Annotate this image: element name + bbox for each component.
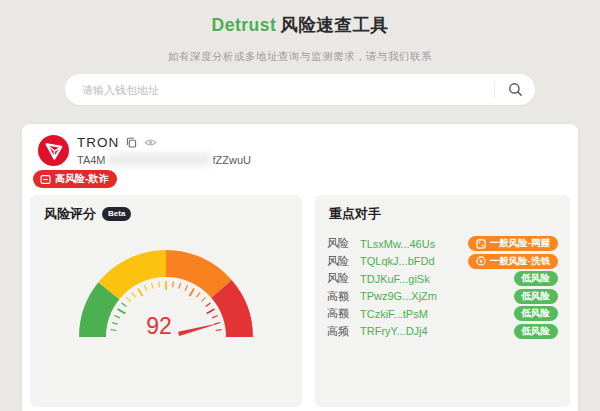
tron-logo (38, 135, 69, 166)
beta-badge: Beta (102, 207, 131, 221)
brand-name: Detrust (212, 15, 277, 35)
counterparty-risk-badge: 低风险 (514, 306, 559, 321)
risk-score-gauge: 92 (42, 227, 290, 351)
page-title-text: 风险速查工具 (280, 15, 388, 35)
counterparty-address-link[interactable]: TLsxMw...46Us (360, 238, 435, 250)
counterparty-address-link[interactable]: TQLqkJ...bFDd (360, 255, 435, 267)
counterparty-row: 高额 TCzkiF...tPsM 低风险 (327, 305, 558, 323)
counterparty-row: 高频 TRFryY...DJj4 低风险 (327, 323, 558, 341)
page-title: Detrust风险速查工具 (0, 0, 600, 37)
eye-icon[interactable] (144, 137, 157, 148)
counterparty-type-label: 风险 (327, 236, 353, 251)
counterparty-type-label: 高额 (327, 289, 353, 304)
address-suffix: fZZwuU (213, 154, 252, 166)
counterparty-row: 风险 TLsxMw...46Us 一般风险-网赌 (327, 235, 558, 253)
address-redacted-blur (108, 153, 211, 166)
counterparty-row: 风险 TQLqkJ...bFDd 一般风险-洗钱 (327, 253, 558, 271)
counterparty-type-label: 风险 (327, 254, 353, 269)
risk-score-title: 风险评分 (44, 205, 96, 223)
address-prefix: TA4M (77, 154, 106, 166)
counterparty-row: 风险 TDJKuF...giSk 低风险 (327, 270, 558, 288)
result-card: TRON TA4M fZZwuU (22, 124, 578, 411)
counterparty-risk-badge: 低风险 (514, 271, 559, 286)
high-risk-badge-label: 高风险-欺诈 (55, 172, 108, 186)
risk-score-panel: 风险评分 Beta 92 (30, 195, 302, 407)
counterparty-address-link[interactable]: TCzkiF...tPsM (360, 308, 428, 320)
counterparty-address-link[interactable]: TDJKuF...giSk (360, 273, 430, 285)
gauge-needle (178, 323, 221, 336)
counterparties-title: 重点对手 (329, 205, 381, 223)
high-risk-badge: 高风险-欺诈 (33, 170, 117, 188)
search-icon (508, 82, 523, 97)
account-header: TRON TA4M fZZwuU (38, 135, 570, 166)
wallet-search-bar (65, 74, 535, 105)
coin-icon (476, 256, 486, 266)
chain-name: TRON (77, 135, 119, 150)
gauge-score-value: 92 (146, 313, 172, 339)
counterparty-list: 风险 TLsxMw...46Us 一般风险-网赌 风险 TQLqkJ...bFD… (327, 235, 558, 340)
counterparties-panel: 重点对手 风险 TLsxMw...46Us 一般风险-网赌 风险 TQLqkJ.… (315, 195, 570, 407)
counterparty-risk-badge: 低风险 (514, 324, 559, 339)
counterparty-type-label: 高频 (327, 324, 353, 339)
counterparty-address-link[interactable]: TRFryY...DJj4 (360, 325, 428, 337)
counterparty-row: 高额 TPwz9G...XjZm 低风险 (327, 288, 558, 306)
alert-icon (40, 174, 51, 185)
counterparty-risk-badge: 一般风险-洗钱 (468, 254, 558, 269)
counterparty-type-label: 风险 (327, 271, 353, 286)
counterparty-risk-badge: 一般风险-网赌 (468, 236, 558, 251)
search-button[interactable] (495, 74, 535, 105)
wallet-address: TA4M fZZwuU (77, 153, 251, 166)
counterparty-type-label: 高额 (327, 306, 353, 321)
counterparty-risk-badge: 低风险 (514, 289, 559, 304)
dice-icon (476, 239, 486, 249)
search-input[interactable] (65, 84, 494, 96)
counterparty-address-link[interactable]: TPwz9G...XjZm (360, 290, 437, 302)
copy-icon[interactable] (126, 137, 137, 148)
page-subtitle: 如有深度分析或多地址查询与监测需求，请与我们联系 (0, 50, 600, 64)
